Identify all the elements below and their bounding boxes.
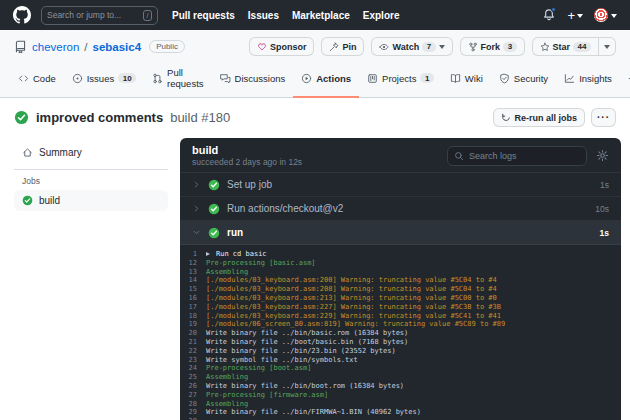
log-line: 18[./modules/03_keyboard.asm:229] Warnin… xyxy=(180,312,621,321)
tab-actions[interactable]: Actions xyxy=(293,61,359,98)
log-line-text: [./modules/03_keyboard.asm:200] Warning:… xyxy=(206,276,497,285)
sponsor-button[interactable]: Sponsor xyxy=(249,37,315,56)
log-line-number[interactable]: 29 xyxy=(180,408,206,417)
log-line-number[interactable]: 17 xyxy=(180,303,206,312)
log-line-number[interactable]: 20 xyxy=(180,329,206,338)
header-right: + xyxy=(542,8,617,23)
log-line-text: Assembling xyxy=(206,400,248,409)
repo-action-buttons: SponsorPinWatch7Fork3Star44 xyxy=(249,37,616,56)
heart-icon xyxy=(257,42,267,52)
summary-label: Summary xyxy=(39,147,82,158)
log-line-number[interactable]: 25 xyxy=(180,373,206,382)
header-nav: Pull requestsIssuesMarketplaceExplore xyxy=(172,10,399,21)
tab-issues[interactable]: Issues10 xyxy=(64,61,144,98)
log-panel-header: build succeeded 2 days ago in 12s xyxy=(180,138,621,173)
fork-count: 3 xyxy=(503,42,516,52)
log-line-text: Assembling xyxy=(206,373,248,382)
repo-separator: / xyxy=(84,41,87,53)
log-line: 25Assembling xyxy=(180,373,621,382)
repo-tabs: CodeIssues10Pull requestsDiscussionsActi… xyxy=(0,61,630,97)
search-icon xyxy=(454,151,464,161)
log-line-number[interactable]: 1 xyxy=(180,250,206,259)
fork-button[interactable]: Fork3 xyxy=(460,37,525,56)
sidebar-divider xyxy=(14,169,168,170)
log-line-text: Assembling xyxy=(206,268,248,277)
notifications-bell-icon[interactable] xyxy=(542,8,556,22)
log-line-text: [./modules/03_keyboard.asm:227] Warning:… xyxy=(206,303,501,312)
log-line-text: [./modules/03_keyboard.asm:229] Warning:… xyxy=(206,312,501,321)
shield-icon xyxy=(499,73,510,84)
log-settings-gear-icon[interactable] xyxy=(596,149,609,162)
sidebar-job-build[interactable]: build xyxy=(14,190,168,211)
log-line-number[interactable]: 27 xyxy=(180,391,206,400)
log-line-number[interactable]: 13 xyxy=(180,268,206,277)
repo-name-link[interactable]: sebasic4 xyxy=(93,41,142,53)
tab-security[interactable]: Security xyxy=(491,61,556,98)
kebab-menu-button[interactable]: ··· xyxy=(591,108,616,127)
tab-code[interactable]: Code xyxy=(10,61,64,98)
pin-button[interactable]: Pin xyxy=(321,37,364,56)
star-button[interactable]: Star44 xyxy=(532,37,599,56)
tab-insights[interactable]: Insights xyxy=(556,61,620,98)
log-line: 12Pre-processing [basic.asm] xyxy=(180,259,621,268)
repo-owner-link[interactable]: cheveron xyxy=(32,41,79,53)
log-line: 28Assembling xyxy=(180,400,621,409)
run-title: improved comments xyxy=(36,110,163,125)
log-line-number[interactable]: 15 xyxy=(180,285,206,294)
step-duration: 1s xyxy=(600,180,609,190)
tab-projects[interactable]: Projects1 xyxy=(359,61,442,98)
log-line-number[interactable]: 16 xyxy=(180,294,206,303)
log-line-number[interactable]: 22 xyxy=(180,347,206,356)
step-run[interactable]: run1s xyxy=(180,221,621,245)
log-output: 1Run cd basic12Pre-processing [basic.asm… xyxy=(180,245,621,420)
create-new-button[interactable]: + xyxy=(567,8,583,23)
log-line: 21Write binary file ../boot/basic.bin (7… xyxy=(180,338,621,347)
log-line-number[interactable]: 12 xyxy=(180,259,206,268)
search-logs[interactable] xyxy=(447,146,587,166)
log-line-number[interactable]: 18 xyxy=(180,312,206,321)
tab-discussions[interactable]: Discussions xyxy=(212,61,294,98)
star-menu-button[interactable] xyxy=(598,37,616,56)
log-line-number[interactable]: 14 xyxy=(180,276,206,285)
step-success-check-icon xyxy=(208,227,220,239)
log-line-text: Pre-processing [basic.asm] xyxy=(206,259,316,268)
log-line-number[interactable]: 26 xyxy=(180,382,206,391)
step-run-actions-checkout-v2[interactable]: Run actions/checkout@v210s xyxy=(180,197,621,221)
sidebar: Summary Jobs build xyxy=(0,138,180,420)
user-menu[interactable] xyxy=(594,8,617,22)
log-line-number[interactable]: 28 xyxy=(180,400,206,409)
sidebar-item-summary[interactable]: Summary xyxy=(14,142,168,163)
log-line-number[interactable]: 24 xyxy=(180,364,206,373)
step-success-check-icon xyxy=(208,179,220,191)
book-icon xyxy=(450,73,461,84)
log-line: 23Write symbol file ../bin/symbols.txt xyxy=(180,356,621,365)
log-line-number[interactable]: 19 xyxy=(180,320,206,329)
content: Summary Jobs build build succeeded 2 day… xyxy=(0,135,630,420)
step-set-up-job[interactable]: Set up job1s xyxy=(180,173,621,197)
rerun-all-jobs-button[interactable]: Re-run all jobs xyxy=(493,108,585,127)
nav-issues[interactable]: Issues xyxy=(248,10,279,21)
nav-explore[interactable]: Explore xyxy=(363,10,400,21)
group-arrow-icon xyxy=(206,252,212,256)
success-check-icon xyxy=(14,110,29,125)
log-line: 29Write binary file ../bin/FIRMWA~1.BIN … xyxy=(180,408,621,417)
log-line-number[interactable]: 21 xyxy=(180,338,206,347)
workflow-run-header: improved comments build #180 Re-run all … xyxy=(0,98,630,135)
log-line-text: Write binary file ../boot/basic.bin (716… xyxy=(206,338,408,347)
project-icon xyxy=(367,73,378,84)
repo-hero: cheveron / sebasic4 Public SponsorPinWat… xyxy=(0,30,630,98)
log-line-number[interactable]: 23 xyxy=(180,356,206,365)
log-line-text: [./modules/03_keyboard.asm:208] Warning:… xyxy=(206,285,497,294)
watch-button[interactable]: Watch7 xyxy=(371,37,452,56)
tab-settings[interactable]: Settings xyxy=(620,61,630,98)
github-logo-icon[interactable] xyxy=(13,6,31,24)
nav-marketplace[interactable]: Marketplace xyxy=(292,10,350,21)
global-search-input[interactable] xyxy=(47,10,139,20)
log-line: 27Pre-processing [firmware.asm] xyxy=(180,391,621,400)
tab-pull-requests[interactable]: Pull requests xyxy=(144,61,211,98)
tab-wiki[interactable]: Wiki xyxy=(442,61,491,98)
nav-pull-requests[interactable]: Pull requests xyxy=(172,10,235,21)
chevron-right-icon xyxy=(192,180,201,189)
global-search[interactable]: / xyxy=(41,6,158,25)
search-logs-input[interactable] xyxy=(469,151,580,161)
